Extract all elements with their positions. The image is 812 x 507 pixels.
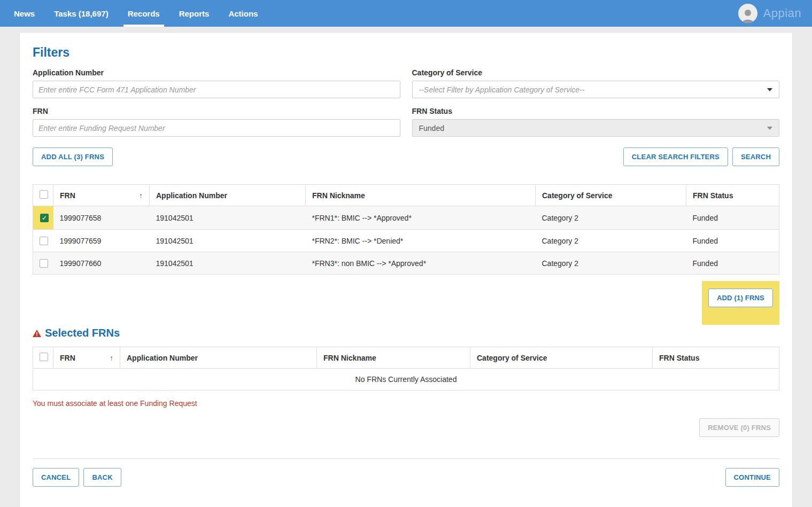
results-column-nickname[interactable]: FRN Nickname (306, 185, 536, 206)
frn-results-table: FRN ↑ Application Number FRN Nickname Ca… (33, 184, 779, 275)
selected-header-row: FRN ↑ Application Number FRN Nickname Ca… (33, 347, 779, 369)
results-column-category[interactable]: Category of Service (536, 185, 686, 206)
search-button[interactable]: SEARCH (732, 147, 779, 166)
category-of-service-field-group: Category of Service --Select Filter by A… (412, 68, 780, 98)
frn-status-field-group: FRN Status Funded (412, 107, 780, 137)
results-column-application-number[interactable]: Application Number (150, 185, 306, 206)
clear-search-filters-button[interactable]: CLEAR SEARCH FILTERS (623, 147, 728, 166)
frn-cell: 1999077660 (53, 252, 150, 275)
add-all-frns-button[interactable]: ADD ALL (3) FRNS (33, 147, 113, 166)
category-cell: Category 2 (536, 230, 686, 252)
top-navigation: News Tasks (18,697) Records Reports Acti… (0, 0, 812, 27)
row-checkbox[interactable]: ✓ (40, 259, 48, 268)
selected-frns-table: FRN ↑ Application Number FRN Nickname Ca… (33, 347, 779, 391)
selected-column-nickname[interactable]: FRN Nickname (317, 347, 470, 369)
application-number-cell: 191042501 (150, 206, 306, 230)
application-number-input[interactable] (33, 81, 400, 98)
selected-column-frn[interactable]: FRN ↑ (53, 347, 120, 369)
filters-form: Application Number Category of Service -… (33, 68, 779, 137)
status-cell: Funded (686, 252, 779, 275)
nav-item-actions[interactable]: Actions (219, 0, 267, 27)
cancel-button[interactable]: CANCEL (33, 468, 79, 487)
add-frns-row: ADD (1) FRNS (33, 281, 779, 325)
frn-cell: 1999077659 (53, 230, 150, 252)
category-of-service-select[interactable]: --Select Filter by Application Category … (412, 81, 780, 98)
frn-input[interactable] (33, 119, 400, 137)
selected-column-application-number[interactable]: Application Number (120, 347, 317, 369)
continue-button[interactable]: CONTINUE (725, 468, 780, 487)
category-cell: Category 2 (536, 252, 686, 275)
column-label: FRN (60, 191, 75, 200)
back-button[interactable]: BACK (83, 468, 121, 487)
warning-triangle-icon (33, 330, 41, 337)
empty-state-row: No FRNs Currently Associated (33, 369, 779, 391)
select-all-checkbox[interactable] (40, 190, 48, 199)
row-checkbox[interactable]: ✓ (40, 237, 48, 245)
frn-status-select[interactable]: Funded (412, 119, 780, 137)
nav-item-records[interactable]: Records (118, 0, 169, 27)
frn-label: FRN (33, 107, 400, 115)
table-row: ✓ 1999077660 191042501 *FRN3*: non BMIC … (33, 252, 779, 275)
nickname-cell: *FRN1*: BMIC --> *Approved* (306, 206, 536, 230)
selected-column-category[interactable]: Category of Service (470, 347, 653, 369)
nickname-cell: *FRN3*: non BMIC --> *Approved* (306, 252, 536, 275)
footer-actions: CANCEL BACK CONTINUE (33, 459, 779, 495)
selected-column-status[interactable]: FRN Status (653, 347, 779, 369)
remove-frns-row: REMOVE (0) FRNS (33, 418, 779, 437)
selected-frns-title: Selected FRNs (45, 327, 120, 339)
chevron-down-icon (767, 127, 772, 130)
application-number-cell: 191042501 (150, 230, 306, 252)
category-cell: Category 2 (536, 206, 686, 230)
person-icon (740, 7, 756, 23)
application-number-cell: 191042501 (150, 252, 306, 275)
status-cell: Funded (686, 206, 779, 230)
nav-item-news[interactable]: News (4, 0, 44, 27)
add-frns-highlight: ADD (1) FRNS (702, 281, 779, 325)
column-label: FRN (60, 354, 75, 362)
frn-cell: 1999077658 (53, 206, 150, 230)
category-of-service-label: Category of Service (412, 68, 780, 77)
nickname-cell: *FRN2*: BMIC --> *Denied* (306, 230, 536, 252)
chevron-down-icon (767, 88, 772, 91)
sort-asc-icon[interactable]: ↑ (110, 354, 113, 362)
frn-field-group: FRN (33, 107, 400, 137)
checkbox-highlight: ✓ (33, 206, 53, 230)
category-of-service-value: --Select Filter by Application Category … (419, 85, 585, 94)
filter-actions-row: ADD ALL (3) FRNS CLEAR SEARCH FILTERS SE… (33, 147, 779, 166)
user-avatar[interactable] (738, 4, 757, 23)
results-column-status[interactable]: FRN Status (686, 185, 779, 206)
selected-frns-heading: Selected FRNs (33, 327, 779, 339)
select-all-checkbox[interactable] (40, 353, 48, 361)
empty-state-message: No FRNs Currently Associated (33, 369, 779, 391)
nav-item-tasks[interactable]: Tasks (18,697) (44, 0, 118, 27)
application-number-field-group: Application Number (33, 68, 400, 98)
results-header-row: FRN ↑ Application Number FRN Nickname Ca… (33, 185, 779, 206)
row-checkbox[interactable]: ✓ (40, 214, 49, 222)
remove-frns-button[interactable]: REMOVE (0) FRNS (699, 418, 779, 437)
add-frns-button[interactable]: ADD (1) FRNS (708, 288, 773, 307)
appian-logo: Appian (763, 6, 801, 20)
nav-item-reports[interactable]: Reports (169, 0, 219, 27)
status-cell: Funded (686, 230, 779, 252)
application-number-label: Application Number (33, 68, 400, 77)
table-row: ✓ 1999077659 191042501 *FRN2*: BMIC --> … (33, 230, 779, 252)
frn-status-value: Funded (419, 124, 444, 132)
sort-asc-icon[interactable]: ↑ (139, 191, 143, 200)
frn-status-label: FRN Status (412, 107, 780, 115)
table-row: ✓ 1999077658 191042501 *FRN1*: BMIC --> … (33, 206, 779, 230)
results-column-frn[interactable]: FRN ↑ (53, 185, 150, 206)
content-card: Filters Application Number Category of S… (19, 32, 793, 507)
filters-heading: Filters (33, 45, 779, 60)
validation-message: You must associate at least one Funding … (33, 399, 779, 408)
